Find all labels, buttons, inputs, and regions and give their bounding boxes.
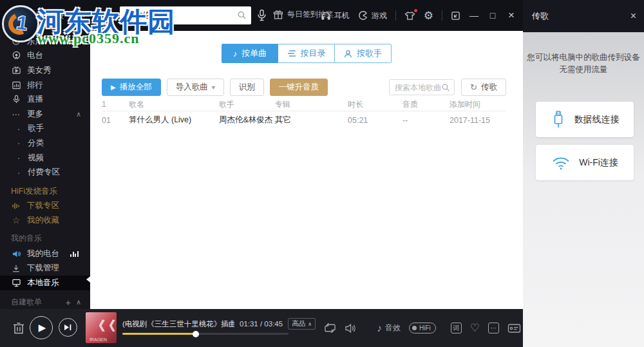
cell-artist[interactable]: 周杰伦&林俊杰 bbox=[219, 115, 275, 126]
sound-effect-button[interactable]: 音效 bbox=[385, 323, 401, 333]
local-search-input[interactable] bbox=[395, 80, 444, 95]
maximize-button[interactable]: □ bbox=[488, 10, 498, 21]
col-added[interactable]: 添加时间 bbox=[450, 99, 506, 110]
col-duration[interactable]: 时长 bbox=[348, 99, 402, 110]
game-label: 游戏 bbox=[372, 10, 387, 21]
next-track-button[interactable] bbox=[59, 318, 77, 337]
wifi-connect-card[interactable]: Wi-Fi连接 bbox=[536, 145, 634, 180]
game-button[interactable]: 游戏 bbox=[358, 10, 387, 21]
search-icon[interactable] bbox=[237, 10, 247, 20]
add-playlist-icon[interactable]: + bbox=[66, 297, 71, 308]
minimize-button[interactable]: — bbox=[469, 10, 479, 21]
import-songs-button[interactable]: 导入歌曲 ▾ bbox=[167, 79, 224, 96]
close-button[interactable]: × bbox=[506, 9, 516, 22]
sidebar-item-download-manager[interactable]: 下载管理 bbox=[0, 261, 90, 276]
desktop-lyrics-icon[interactable] bbox=[507, 323, 521, 333]
play-button[interactable]: ▶ bbox=[30, 316, 53, 339]
quality-selector[interactable]: 高品 ∧ bbox=[288, 318, 316, 330]
sidebar: 乐库 电台 美女秀 排行 直播 ⋯ 更多 ∧ · bbox=[0, 31, 90, 309]
search-icon[interactable] bbox=[441, 83, 450, 92]
chevron-up-icon[interactable]: ∧ bbox=[76, 298, 81, 306]
user-avatar[interactable] bbox=[10, 6, 28, 24]
col-album[interactable]: 专辑 bbox=[275, 99, 348, 110]
sidebar-item-ranking[interactable]: 排行 bbox=[0, 78, 90, 93]
sidebar-item-my-radio[interactable]: 我的电台 bbox=[0, 247, 90, 261]
microphone-sing-icon[interactable] bbox=[256, 9, 267, 22]
sidebar-item-beauty-show[interactable]: 美女秀 bbox=[0, 63, 90, 78]
volume-icon[interactable] bbox=[345, 323, 357, 333]
headset-label: 耳机 bbox=[334, 10, 350, 21]
transfer-songs-button[interactable]: ↻ 传歌 bbox=[461, 79, 506, 96]
play-all-button[interactable]: ▶ 播放全部 bbox=[102, 79, 161, 96]
sidebar-item-radio[interactable]: 电台 bbox=[0, 49, 90, 64]
section-custom-playlists: 自建歌单 + ∧ bbox=[0, 295, 90, 310]
tv-show-icon bbox=[11, 66, 21, 75]
cell-album[interactable]: 其它 bbox=[275, 115, 348, 126]
bullet-icon: · bbox=[15, 153, 22, 163]
table-row[interactable]: 01 算什么男人 (Live) 周杰伦&林俊杰 其它 05:21 -- 2017… bbox=[102, 111, 506, 129]
sidebar-item-favorites[interactable]: ☆ 我的收藏 bbox=[0, 213, 90, 228]
vip-crown-icon[interactable]: ♛ bbox=[70, 8, 78, 20]
selected-item-notch bbox=[82, 275, 92, 284]
col-title[interactable]: 歌名 bbox=[129, 99, 219, 110]
col-quality[interactable]: 音质 bbox=[402, 99, 450, 110]
sidebar-item-more[interactable]: ⋯ 更多 ∧ bbox=[0, 107, 90, 122]
login-link[interactable]: 点击登录 bbox=[33, 11, 64, 22]
chevron-up-icon[interactable]: ∧ bbox=[76, 110, 81, 118]
local-search-box bbox=[389, 79, 455, 95]
more-options-button[interactable]: ⋯ bbox=[488, 323, 499, 333]
sidebar-item-videos[interactable]: · 视频 bbox=[0, 151, 90, 165]
divider bbox=[395, 10, 396, 21]
tab-label: 按目录 bbox=[301, 48, 326, 59]
heart-icon[interactable]: ♡ bbox=[470, 323, 480, 333]
sidebar-item-library[interactable]: 乐库 bbox=[0, 34, 90, 49]
track-title[interactable]: (电视剧《三生三世十里桃花》插曲) - 董贞 bbox=[122, 319, 234, 329]
sidebar-item-download-zone[interactable]: 下载专区 bbox=[0, 199, 90, 214]
usb-connect-label: 数据线连接 bbox=[574, 114, 620, 126]
cell-index: 01 bbox=[102, 116, 129, 125]
sidebar-item-hifi-music[interactable]: HiFi发烧音乐 bbox=[0, 184, 90, 199]
col-artist[interactable]: 歌手 bbox=[219, 99, 275, 110]
transfer-panel-title: 传歌 bbox=[532, 10, 549, 22]
upgrade-quality-button[interactable]: 一键升音质 bbox=[270, 79, 328, 96]
mini-mode-icon[interactable] bbox=[451, 11, 460, 21]
headset-button[interactable]: 耳机 bbox=[321, 10, 350, 21]
settings-gear-icon[interactable]: ⚙ bbox=[424, 10, 433, 21]
trash-icon[interactable] bbox=[12, 321, 26, 335]
sidebar-item-label: 排行 bbox=[27, 80, 43, 91]
bullet-icon: · bbox=[15, 124, 22, 134]
transfer-panel: 您可以将电脑中的歌曲传到设备 无需使用流量 数据线连接 Wi-Fi连接 传歌 × bbox=[523, 0, 644, 347]
hifi-toggle[interactable]: HiFi bbox=[409, 323, 436, 333]
repeat-mode-icon[interactable] bbox=[324, 323, 336, 333]
tab-by-song[interactable]: ♪ 按单曲 bbox=[222, 44, 278, 63]
search-input[interactable] bbox=[126, 6, 229, 24]
progress-bar[interactable] bbox=[122, 333, 289, 335]
sidebar-item-categories[interactable]: · 分类 bbox=[0, 136, 90, 151]
divider bbox=[442, 10, 442, 21]
skin-button[interactable] bbox=[404, 11, 415, 21]
forward-icon[interactable]: › bbox=[94, 8, 98, 21]
equalizer-icon bbox=[11, 202, 21, 210]
progress-knob[interactable] bbox=[193, 331, 199, 337]
album-art[interactable]: 《《 fRAGEN bbox=[86, 312, 117, 343]
tab-by-artist[interactable]: 按歌手 bbox=[335, 44, 392, 63]
sidebar-item-artists[interactable]: · 歌手 bbox=[0, 122, 90, 136]
sidebar-item-paid-zone[interactable]: · 付费专区 bbox=[0, 165, 90, 180]
section-my-music: 我的音乐 bbox=[0, 231, 90, 247]
person-icon bbox=[344, 50, 352, 58]
cell-title[interactable]: 算什么男人 (Live) bbox=[129, 115, 219, 126]
back-icon[interactable]: ‹ bbox=[81, 8, 85, 21]
tab-by-folder[interactable]: 按目录 bbox=[278, 44, 335, 63]
lyrics-button[interactable]: 词 bbox=[451, 323, 462, 333]
sidebar-item-local-music[interactable]: 本地音乐 bbox=[0, 276, 90, 290]
recognize-button[interactable]: 识别 bbox=[230, 79, 264, 96]
col-index[interactable]: 1 bbox=[102, 100, 129, 109]
music-library-icon bbox=[11, 37, 21, 46]
note-icon: ♪ bbox=[233, 50, 238, 58]
usb-connect-card[interactable]: 数据线连接 bbox=[536, 102, 634, 137]
sidebar-item-live[interactable]: 直播 bbox=[0, 92, 90, 107]
hifi-label: HiFi bbox=[419, 324, 431, 332]
panel-close-icon[interactable]: × bbox=[630, 10, 636, 22]
quality-label: 高品 bbox=[292, 319, 305, 328]
table-header-row: 1 歌名 歌手 专辑 时长 音质 添加时间 bbox=[102, 98, 506, 111]
